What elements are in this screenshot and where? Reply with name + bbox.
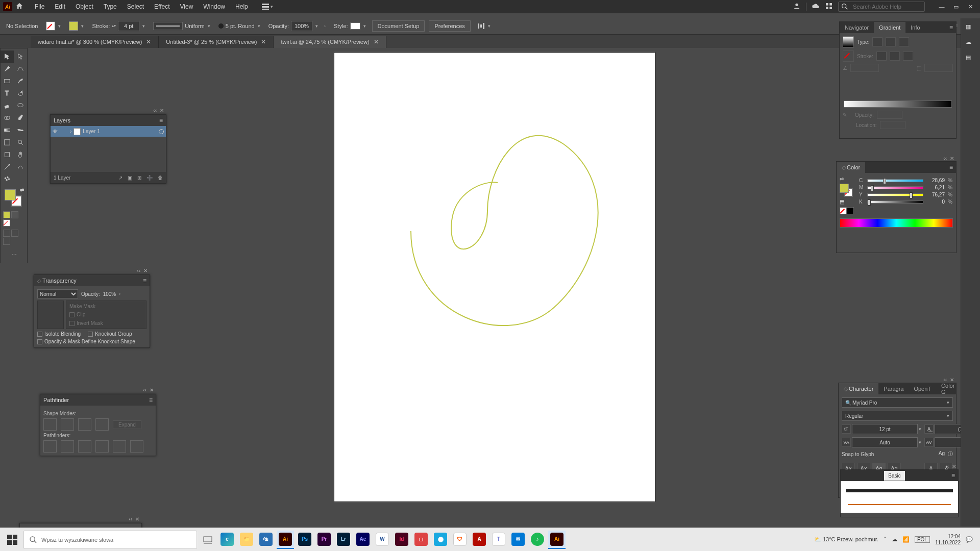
isolate-blending-checkbox[interactable] [37, 332, 42, 337]
menu-object[interactable]: Object [70, 3, 99, 10]
home-icon[interactable] [15, 2, 24, 11]
swatches-icon[interactable]: ▤ [966, 54, 976, 64]
network-icon[interactable]: 📶 [902, 536, 910, 543]
brush-item[interactable] [848, 504, 951, 505]
cyan-value[interactable]: 28,69 [926, 178, 945, 183]
stroke-grad-3[interactable] [903, 52, 913, 61]
tab-character[interactable]: ◇Character [839, 383, 878, 394]
graphic-style-swatch[interactable] [350, 22, 360, 30]
eyedrop-stop-icon[interactable]: ✎ [843, 112, 847, 118]
make-mask-button[interactable]: Make Mask [69, 304, 143, 309]
lasso-tool[interactable] [14, 99, 27, 112]
brushes-panel[interactable]: ‹‹✕ Basic≡ [840, 469, 959, 517]
new-sublayer-icon[interactable]: ⊞ [137, 175, 141, 181]
spotify-app[interactable]: ♪ [529, 531, 546, 549]
linear-gradient-button[interactable] [872, 37, 883, 46]
none-swatch[interactable] [840, 207, 847, 214]
panel-collapse-icon[interactable]: ‹‹ [143, 387, 146, 393]
freeform-gradient-button[interactable] [899, 37, 909, 46]
warp-tool[interactable] [14, 161, 27, 173]
onedrive-icon[interactable]: ☁ [892, 536, 897, 543]
panel-collapse-icon[interactable]: ‹‹ [153, 108, 157, 113]
gradient-fillstroke[interactable] [843, 51, 854, 62]
font-size-input[interactable] [852, 424, 918, 434]
store-app[interactable]: 🛍 [257, 531, 275, 549]
yellow-value[interactable]: 76,27 [926, 192, 945, 197]
paintbrush-tool[interactable] [14, 75, 27, 87]
radial-gradient-button[interactable] [886, 37, 896, 46]
eraser-tool[interactable] [1, 99, 14, 112]
rectangle-tool[interactable] [1, 75, 14, 87]
color-spectrum[interactable] [840, 218, 953, 228]
photoshop-app[interactable]: Ps [296, 531, 313, 549]
illustrator-app-2[interactable]: Ai [548, 531, 566, 549]
premiere-app[interactable]: Pr [315, 531, 333, 549]
opacity-input[interactable] [291, 21, 312, 31]
fill-swatch[interactable] [46, 21, 55, 31]
aspect-input[interactable] [924, 64, 953, 72]
cloud-sync-icon[interactable] [812, 2, 820, 11]
curvature-tool[interactable] [14, 63, 27, 75]
panel-collapse-icon[interactable]: ‹‹ [945, 464, 949, 469]
blend-mode-select[interactable]: Normal [37, 289, 78, 298]
document-setup-button[interactable]: Document Setup [372, 20, 425, 32]
color-mode-buttons[interactable] [1, 210, 27, 228]
shape-builder-tool[interactable] [1, 112, 14, 124]
black-value[interactable]: 0 [926, 199, 945, 205]
menu-edit[interactable]: Edit [50, 3, 70, 10]
aftereffects-app[interactable]: Ae [354, 531, 372, 549]
tab-close-icon[interactable]: ✕ [261, 38, 266, 45]
panel-menu-icon[interactable]: ≡ [159, 117, 163, 124]
preferences-button[interactable]: Preferences [429, 20, 470, 32]
hand-tool[interactable] [14, 148, 27, 161]
mail-app[interactable]: ✉ [509, 531, 527, 549]
panel-menu-icon[interactable]: ≡ [949, 24, 956, 31]
exclude-button[interactable] [95, 418, 109, 431]
width-tool[interactable] [14, 124, 27, 136]
direct-selection-tool[interactable] [14, 51, 27, 63]
symbol-sprayer-tool[interactable] [1, 173, 14, 185]
trim-button[interactable] [61, 440, 74, 453]
crop-button[interactable] [95, 440, 109, 453]
user-icon[interactable] [793, 2, 801, 11]
locate-object-icon[interactable]: ↗ [118, 175, 122, 181]
brave-app[interactable]: 🛡 [451, 531, 469, 549]
magenta-value[interactable]: 6,21 [926, 185, 945, 190]
help-search-input[interactable] [851, 3, 922, 11]
tab-gradient[interactable]: Gradient [874, 22, 905, 33]
panel-menu-icon[interactable]: ≡ [143, 277, 146, 284]
swap-fillstroke-icon[interactable]: ⇄ [840, 176, 856, 182]
panel-close-icon[interactable]: ✕ [160, 108, 164, 113]
snap-info-icon[interactable]: ⓘ [948, 450, 953, 458]
delete-layer-icon[interactable]: 🗑 [158, 175, 163, 181]
start-button[interactable] [3, 531, 21, 549]
right-dock-strip[interactable]: ▦ ☁ ▤ [961, 18, 980, 527]
workspace-switcher[interactable]: ▾ [261, 3, 273, 11]
illustrator-app[interactable]: Ai [277, 531, 294, 549]
acrobat-app[interactable]: A [471, 531, 488, 549]
help-search[interactable] [838, 2, 925, 12]
snap-option-icon[interactable]: Ag [939, 450, 945, 458]
zoom-tool[interactable] [14, 136, 27, 148]
eyedropper-tool[interactable] [14, 112, 27, 124]
menu-select[interactable]: Select [122, 3, 149, 10]
kerning-input[interactable] [852, 437, 918, 447]
menu-file[interactable]: File [30, 3, 50, 10]
layer-row[interactable]: 👁 › Layer 1 [51, 126, 166, 137]
panel-collapse-icon[interactable]: ‹‹ [943, 156, 947, 161]
pen-tool[interactable] [1, 63, 14, 75]
panel-close-icon[interactable]: ✕ [950, 377, 954, 383]
brush-stroke-preview[interactable] [846, 489, 953, 492]
color-panel[interactable]: ‹‹✕ ◇Color≡ ⇄ ⬒ C28,69% M6,21% Y76,27% K… [836, 161, 957, 253]
language-indicator[interactable]: POL [915, 536, 930, 543]
edit-toolbar-icon[interactable]: ⋯ [7, 248, 20, 261]
document-tab[interactable]: Untitled-3* @ 25 % (CMYK/Preview)✕ [159, 36, 274, 48]
yellow-slider[interactable] [867, 193, 923, 196]
panel-collapse-icon[interactable]: ‹‹ [137, 268, 140, 273]
explorer-app[interactable]: 📁 [238, 531, 255, 549]
brush-definition[interactable]: 5 pt. Round▾ [216, 23, 262, 29]
align-options[interactable]: ▾ [475, 22, 493, 30]
free-transform-tool[interactable] [1, 148, 14, 161]
rotate-tool[interactable] [14, 87, 27, 99]
artboard[interactable] [334, 53, 655, 502]
